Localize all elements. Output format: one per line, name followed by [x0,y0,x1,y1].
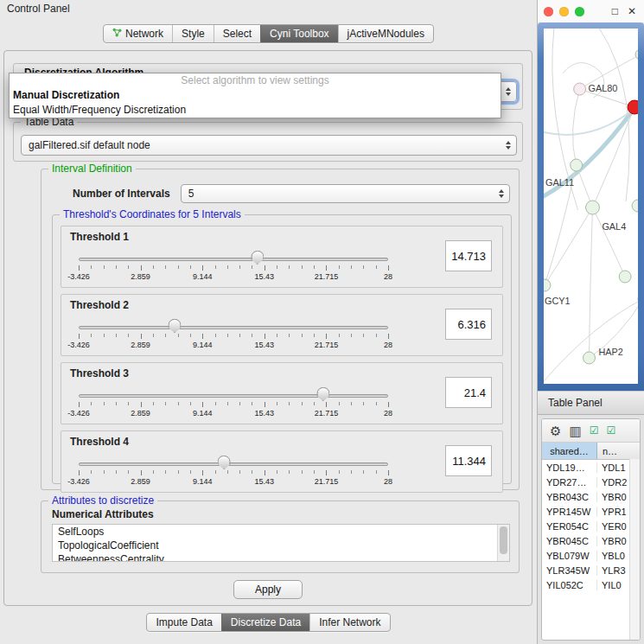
network-node-label: GAL4 [602,221,626,232]
network-node[interactable] [574,83,586,95]
table-row[interactable]: YDL19…YDL1 [542,460,640,475]
threshold-4-value[interactable]: 11.344 [445,445,492,476]
traffic-light-close-icon[interactable] [544,7,553,16]
attribute-list-item[interactable]: BetweennessCentrality [53,552,509,562]
attributes-scrollbar[interactable] [497,525,509,561]
cell-shared-name[interactable]: YDL19… [542,462,597,473]
network-node[interactable] [619,271,631,283]
threshold-1-value[interactable]: 14.713 [445,240,492,271]
tab-select[interactable]: Select [214,25,260,42]
table-row[interactable]: YIL052CYIL0 [542,577,640,592]
table-toolbar: ⚙ ▥ ☑ ☑ [542,419,640,443]
column-header-name[interactable]: n… [597,443,640,459]
network-node[interactable] [544,279,551,291]
traffic-light-minimize-icon[interactable] [559,7,569,16]
apply-button[interactable]: Apply [233,580,303,599]
network-node[interactable] [635,49,638,60]
uncheck-all-icon[interactable]: ☑ [606,425,615,436]
table-data-group: Table Data galFiltered.sif default node [13,122,523,162]
cell-shared-name[interactable]: YIL052C [542,580,597,590]
network-edge[interactable] [573,89,580,165]
check-all-icon[interactable]: ☑ [590,425,599,436]
tab-label: Select [223,28,252,40]
combo-arrows-icon [506,87,511,96]
table-row[interactable]: YDR27…YDR2 [542,475,640,489]
table-row[interactable]: YBR045CYBR0 [542,533,640,548]
cell-shared-name[interactable]: YBL079W [542,551,597,561]
network-node[interactable] [583,352,596,364]
slider-thumb[interactable] [251,251,264,265]
table-panel-titlebar[interactable]: Table Panel [538,391,644,415]
network-node-label: GAL80 [589,83,618,93]
columns-icon[interactable]: ▥ [569,424,581,437]
column-header-shared-name[interactable]: shared… [542,443,597,459]
thresholds-group: Threshold's Coordinates for 5 Intervals … [52,214,512,484]
network-window-chrome: □ ✕ [538,0,644,22]
tab-style[interactable]: Style [172,25,214,42]
traffic-light-zoom-icon[interactable] [575,7,584,16]
network-edge[interactable] [545,207,592,285]
table-frame: ⚙ ▥ ☑ ☑ shared… n… YDL19…YDL1YDR27…YDR2Y… [541,418,641,641]
slider-track[interactable] [79,394,388,398]
threshold-1-label: Threshold 1 [70,231,129,243]
network-node[interactable] [628,100,638,114]
algorithm-dropdown-popup: Select algorithm to view settings Manual… [9,73,501,118]
table-data-select[interactable]: galFiltered.sif default node [21,135,517,156]
network-node[interactable] [571,159,583,171]
network-view-window: GAL80GAL11GAL4GCY1HAP2 [538,22,644,391]
table-scrollbar[interactable] [629,459,640,640]
network-node-label: GCY1 [545,296,571,306]
table-row[interactable]: YLR345WYLR3 [542,563,640,577]
network-edge[interactable] [592,207,625,277]
float-window-icon[interactable]: □ [610,5,620,17]
threshold-1-box: Threshold 1 -3.4262.8599.14415.4321.7152… [61,226,503,288]
network-canvas[interactable]: GAL80GAL11GAL4GCY1HAP2 [544,29,638,384]
table-row[interactable]: YBL079WYBL0 [542,548,640,563]
bottom-tab-bar: Impute DataDiscretize DataInfer Network [0,613,537,632]
tab-label: Cyni Toolbox [270,28,328,40]
scrollbar-thumb[interactable] [500,526,507,554]
threshold-2-box: Threshold 2 -3.4262.8599.14415.4321.7152… [61,294,503,356]
tab-cyni-toolbox[interactable]: Cyni Toolbox [260,25,337,42]
tab-discretize-data[interactable]: Discretize Data [221,614,309,631]
dropdown-item-manual-discretization[interactable]: Manual Discretization [10,88,501,103]
algorithm-dropdown-placeholder[interactable]: Select algorithm to view settings [10,73,501,88]
attribute-list-item[interactable]: SelfLoops [53,525,509,539]
table-row[interactable]: YBR043CYBR0 [542,489,640,504]
slider-track[interactable] [79,326,388,329]
top-tab-bar: NetworkStyleSelectCyni ToolboxjActiveMNo… [0,24,537,43]
slider-thumb[interactable] [316,387,329,401]
slider-thumb[interactable] [168,319,181,333]
slider-track[interactable] [79,462,388,466]
interval-definition-label: Interval Definition [48,163,136,175]
network-node[interactable] [586,201,600,214]
threshold-3-value[interactable]: 21.4 [445,377,492,408]
attributes-group-label: Attributes to discretize [48,494,157,507]
number-of-intervals-select[interactable]: 5 [181,184,510,203]
cell-shared-name[interactable]: YBR043C [542,492,597,502]
cell-shared-name[interactable]: YDR27… [542,477,597,488]
settings-gear-icon[interactable]: ⚙ [550,424,561,437]
network-edge[interactable] [544,299,638,381]
tab-infer-network[interactable]: Infer Network [309,614,389,631]
tab-impute-data[interactable]: Impute Data [147,614,220,631]
attribute-list-item[interactable]: TopologicalCoefficient [53,539,509,552]
table-panel-title: Table Panel [548,397,603,409]
close-window-icon[interactable]: ✕ [626,5,638,17]
slider-ticks [79,470,388,476]
cell-shared-name[interactable]: YLR345W [542,565,597,576]
cell-shared-name[interactable]: YBR045C [542,536,597,546]
threshold-2-value[interactable]: 6.316 [445,309,492,340]
tab-label: Infer Network [319,616,380,628]
slider-thumb[interactable] [218,456,231,469]
slider-track[interactable] [79,258,388,261]
tab-network[interactable]: Network [104,25,172,42]
table-row[interactable]: YPR145WYPR1 [542,504,640,519]
network-node[interactable] [632,200,638,212]
cell-shared-name[interactable]: YPR145W [542,507,597,517]
numerical-attributes-list[interactable]: SelfLoopsTopologicalCoefficientBetweenne… [52,524,510,562]
cell-shared-name[interactable]: YER054C [542,521,597,532]
table-row[interactable]: YER054CYER0 [542,519,640,533]
tab-jactivemnodules[interactable]: jActiveMNodules [338,25,433,42]
dropdown-item-equal-width-frequency[interactable]: Equal Width/Frequency Discretization [10,103,501,118]
